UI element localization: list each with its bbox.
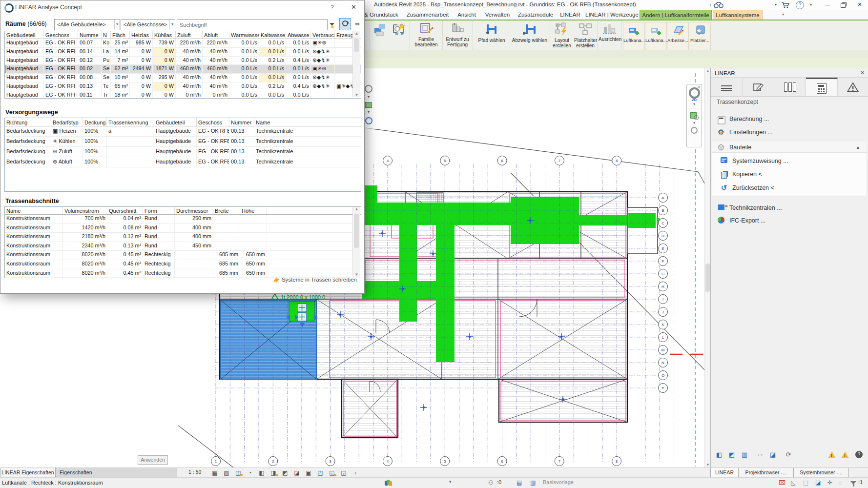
scroll-up-icon[interactable]: ▲ [353,207,360,211]
tab-ansicht[interactable]: Ansicht [455,10,479,20]
menu-item-ifc-export[interactable]: IFC-Export ... [713,215,865,226]
filter-icon[interactable] [850,479,856,486]
tab-warnings[interactable] [838,78,868,96]
sheet-icon[interactable] [365,102,372,108]
column-header[interactable]: Zuluft [176,31,203,39]
tab-grundstueck[interactable]: & Grundstück [362,10,401,20]
help-dropdown-icon[interactable]: ▾ [806,1,815,9]
table-row[interactable]: HauptgebäudEG - OK RFI00.07Ko25 m²985 W7… [5,39,361,48]
grid-bubble[interactable]: 5 [440,457,450,466]
grid-bubble[interactable]: L [659,333,668,342]
sun-path-icon[interactable]: ◫ [233,469,243,477]
column-header[interactable]: Trassenkennung [107,118,154,126]
platzhalter-erstellen-button[interactable]: Platzhalter erstellen [574,21,597,48]
layout-erstellen-button[interactable]: Layout erstellen [551,21,573,48]
column-header[interactable]: Abluft [203,31,229,39]
close-button[interactable]: ✕ [853,0,866,9]
grid-bubble[interactable]: 4 [383,156,393,165]
film-icon[interactable]: ▥ [740,451,749,459]
column-header[interactable]: Form [143,207,175,214]
grid-bubble[interactable]: P [659,384,668,393]
menu-item-einstellungen[interactable]: ⚙ Einstellungen ... [713,126,865,138]
table-scrollbar[interactable]: ▲ ▼ [352,207,360,277]
tab-menu[interactable] [711,78,743,96]
pan-icon[interactable] [691,127,698,134]
wheel-caret-icon[interactable]: ▾ [687,102,702,106]
zoom-circle-icon[interactable] [365,85,372,93]
restore-button[interactable] [837,0,849,9]
create-system-button[interactable] [390,21,408,38]
table-row[interactable]: HauptgebäudEG - OK RFI00.14La14 m²0 W0 W… [5,48,361,57]
grid-bubble[interactable]: C [659,219,668,228]
tab-zusatzmodule[interactable]: Zusatzmodule [516,10,555,20]
scrollbar-thumb[interactable] [705,264,710,292]
zoom-caret-icon[interactable]: ▾ [687,121,702,125]
column-header[interactable]: Warmwasse [229,31,259,39]
worksharing-icon[interactable]: ◰ [315,469,325,477]
target-icon[interactable] [365,117,372,124]
grid-bubble[interactable]: K [659,320,668,329]
grid-bubble[interactable]: I [659,295,668,304]
worksets-person-icon[interactable]: ⚇ [488,479,494,486]
displaced-elements-icon[interactable]: ◱ [327,469,337,477]
search-input[interactable] [177,19,328,30]
table-row[interactable]: Konstruktionsraum8020 m³/h0.45 m²Rechtec… [5,251,361,260]
collapse-left-icon[interactable]: ‹ [351,469,360,477]
box-delete-icon[interactable]: ◪ [768,451,777,459]
caret-icon[interactable]: ▾ [363,95,374,99]
tab-linear-eigenschaften[interactable]: LINEAR Eigenschaften [0,468,56,478]
grid-bubble[interactable]: 7 [555,457,564,466]
pfad-waehlen-button[interactable]: Pfad wählen [475,21,509,43]
tab-verwalten[interactable]: Verwalten [483,10,512,20]
grid-bubble[interactable]: 6 [497,457,507,466]
refresh-box-icon[interactable]: ⟳ [784,451,793,459]
table-row[interactable]: HauptgebäudEG - OK RFI00.12Pu7 m²0 W0 W4… [5,57,361,65]
tab-aendern-luftkanalformteile[interactable]: Ändern | Luftkanalformteile [640,10,712,20]
grid-bubble[interactable]: 3 [326,457,335,466]
abzweig-waehlen-button[interactable]: Abzweig wählen [512,21,548,43]
table-row[interactable]: Bedarfsdeckung⊛ Abluft100%HauptgebäudeEG… [5,157,361,167]
grid-bubble[interactable]: 8 [612,457,621,466]
shadows-icon[interactable]: ◔ [245,469,255,477]
temporary-view-icon[interactable]: ▣ [304,469,313,477]
grid-bubble[interactable]: 6 [497,156,507,165]
scroll-down-icon[interactable]: ▼ [353,93,360,97]
reveal-hidden-icon[interactable]: ◪ [292,469,302,477]
tab-zusammenarbeit[interactable]: Zusammenarbeit [405,10,451,20]
grid-bubble[interactable]: J [659,307,668,317]
table-row[interactable]: Konstruktionsraum8020 m³/h0.45 m²Rechtec… [5,260,361,269]
snap-circle-icon[interactable]: ◌ [839,479,842,486]
caret-icon[interactable]: ▾ [363,110,374,114]
help-icon[interactable]: ? [796,1,804,9]
table-row[interactable]: Konstruktionsraum2340 m³/h0.13 m²Rund450… [5,242,361,251]
column-header[interactable]: Breite [213,207,240,214]
table-row[interactable]: HauptgebäudEG - OK RFI00.11Tr18 m²0 W0 W… [5,91,361,99]
column-header[interactable]: Fläch [111,31,130,39]
grid-bubble[interactable]: N [659,358,668,367]
collapse-arrow-icon[interactable]: ▲ [856,142,860,153]
familie-bearbeiten-button[interactable]: Familie bearbeiten [412,21,441,47]
scrollbar-thumb[interactable] [354,214,359,248]
ribbon-collapse-icon[interactable]: ▾ [777,10,789,20]
tab-calculation[interactable] [806,78,838,96]
grid-bubble[interactable]: D [659,231,668,241]
panel-close-icon[interactable]: ✕ [860,70,865,76]
table-row[interactable]: Bedarfsdeckung⊛ Zuluft100%HauptgebäudeEG… [5,147,361,157]
show-crop-icon[interactable]: ◨ [269,469,278,477]
grid-bubble[interactable]: M [659,346,668,355]
column-header[interactable]: Geschoss [197,118,229,126]
grid-bubble[interactable]: 5 [440,156,450,165]
table-row[interactable]: HauptgebäudEG - OK RFI00.02Se62 m²2494 W… [5,65,361,74]
table-row[interactable]: HauptgebäudEG - OK RFI00.13Te65 m²0 W0 W… [5,82,361,91]
search-dropdown-icon[interactable]: ▾ [771,1,780,9]
tab-eigenschaften[interactable]: Eigenschaften [55,468,177,478]
apply-button[interactable]: Anwenden [138,455,168,465]
tab-luftkanalsysteme[interactable]: Luftkanalsysteme [713,10,763,20]
warning-error-icon[interactable]: ! [841,451,849,458]
grid-bubble[interactable]: E [659,244,668,253]
box-icon[interactable]: ▱ [756,451,765,459]
menu-item-zuruecksetzen[interactable]: ↺ Zurücksetzen < [716,182,868,194]
tab-linear-werkzeuge[interactable]: LINEAR | Werkzeuge [585,10,636,20]
dialog-help-icon[interactable]: ? [331,4,334,11]
menu-item-bauteile[interactable]: Bauteile ▲ [713,142,865,153]
